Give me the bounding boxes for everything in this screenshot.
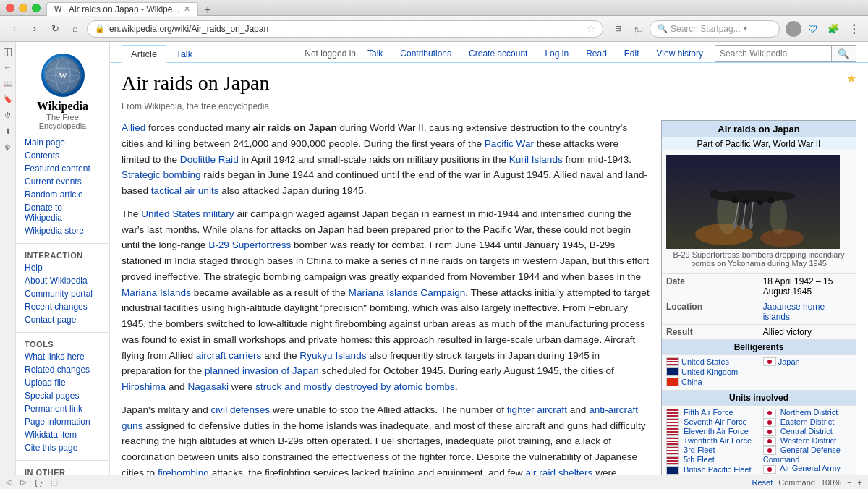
create-account-link[interactable]: Create account [463, 47, 533, 60]
sidebar-cite[interactable]: Cite this page [16, 441, 109, 454]
fifth-af-link[interactable]: Fifth Air Force [684, 408, 733, 417]
edit-link[interactable]: Edit [618, 47, 645, 60]
forward-button[interactable]: › [26, 20, 43, 38]
read-link[interactable]: Read [580, 47, 613, 60]
pacific-war-link[interactable]: Pacific War [485, 138, 534, 149]
zoom-out-button[interactable]: − [847, 478, 851, 487]
aga-link[interactable]: Air General Army [780, 464, 841, 472]
b29-link[interactable]: B-29 Superfortress [208, 239, 291, 250]
mariana-link[interactable]: Mariana Islands [122, 287, 191, 298]
sidebar-help[interactable]: Help [16, 261, 109, 274]
sidebar-icon-2[interactable]: 🔖 [1, 93, 14, 106]
seventh-af-link[interactable]: Seventh Air Force [684, 417, 746, 426]
user-avatar[interactable] [786, 21, 801, 37]
search-box[interactable]: 🔍 Search Startpag... ▾ [650, 20, 780, 38]
share-button[interactable]: ↑□ [629, 20, 647, 38]
traffic-lights[interactable] [6, 4, 41, 12]
sidebar-random[interactable]: Random article [16, 188, 109, 201]
shield-icon[interactable]: 🛡 [804, 20, 822, 38]
tab-talk[interactable]: Talk [166, 45, 202, 62]
northern-link[interactable]: Northern District [780, 408, 838, 417]
sidebar-upload[interactable]: Upload file [16, 376, 109, 389]
extensions-icon[interactable]: 🧩 [825, 20, 842, 38]
sidebar-featured[interactable]: Featured content [16, 162, 109, 175]
sidebar-related-changes[interactable]: Related changes [16, 363, 109, 376]
sidebar-store[interactable]: Wikipedia store [16, 224, 109, 237]
eleventh-af-link[interactable]: Eleventh Air Force [684, 427, 749, 435]
us-link[interactable]: United States [681, 357, 729, 366]
fighter-link[interactable]: fighter aircraft [507, 404, 567, 415]
sidebar-permanent[interactable]: Permanent link [16, 402, 109, 415]
talk-link[interactable]: Talk [362, 47, 388, 60]
sidebar-icon-5[interactable]: ⚙ [1, 140, 14, 153]
central-link[interactable]: Central District [780, 427, 833, 435]
fleet5-link[interactable]: 5th Fleet [684, 455, 715, 464]
sidebar-donate[interactable]: Donate to Wikipedia [16, 201, 109, 224]
refresh-button[interactable]: ↻ [46, 20, 64, 38]
bookmark-star[interactable]: ☆ [587, 23, 595, 34]
invasion-link[interactable]: planned invasion of Japan [205, 365, 319, 376]
new-tab-button[interactable]: + [201, 4, 213, 16]
tab-article[interactable]: Article [122, 45, 166, 63]
sidebar-back[interactable]: ← [1, 61, 14, 74]
bottom-nav-forward[interactable]: ▷ [20, 477, 26, 487]
japan-link[interactable]: Japan [778, 357, 800, 366]
sidebar-icon-4[interactable]: ⬇ [1, 124, 14, 137]
sidebar-recent[interactable]: Recent changes [16, 300, 109, 313]
address-bar[interactable]: 🔒 en.wikipedia.org/wiki/Air_raids_on_Jap… [87, 20, 603, 38]
reset-button[interactable]: Reset [752, 478, 773, 487]
featured-star-icon[interactable]: ★ [846, 72, 856, 85]
sidebar-toggle[interactable]: ◫ [1, 45, 14, 58]
atomic-link[interactable]: struck and mostly destroyed by atomic bo… [255, 381, 455, 392]
infobox-location-link[interactable]: Japanese home islands [763, 302, 825, 322]
maximize-button[interactable] [32, 4, 41, 12]
nagasaki-link[interactable]: Nagasaki [187, 381, 229, 392]
tactical-link[interactable]: tactical air units [151, 185, 219, 196]
sidebar-icon-1[interactable]: 📖 [1, 77, 14, 90]
menu-button[interactable]: ⋮ [845, 20, 862, 38]
sidebar-special[interactable]: Special pages [16, 389, 109, 402]
hiroshima-link[interactable]: Hiroshima [122, 381, 166, 392]
sidebar-contact[interactable]: Contact page [16, 313, 109, 326]
us-mil-link[interactable]: United States military [141, 208, 234, 219]
strategic-link[interactable]: Strategic bombing [122, 169, 201, 180]
sidebar-current-events[interactable]: Current events [16, 175, 109, 188]
sidebar-about[interactable]: About Wikipedia [16, 274, 109, 287]
uk-link[interactable]: United Kingdom [681, 367, 738, 376]
sidebar-what-links[interactable]: What links here [16, 350, 109, 363]
civil-def-link[interactable]: civil defenses [211, 404, 271, 415]
wiki-search-input[interactable] [715, 46, 831, 61]
back-button[interactable]: ‹ [6, 20, 23, 38]
contributions-link[interactable]: Contributions [394, 47, 457, 60]
kuril-link[interactable]: Kuril Islands [509, 154, 563, 165]
tab-close-button[interactable]: ✕ [184, 4, 190, 14]
wiki-search-button[interactable]: 🔍 [831, 46, 856, 61]
bottom-nav-back[interactable]: ◁ [6, 477, 12, 487]
eastern-link[interactable]: Eastern District [780, 417, 835, 426]
fleet3-link[interactable]: 3rd Fleet [684, 446, 715, 454]
sidebar-page-info[interactable]: Page information [16, 415, 109, 428]
ryukyu-link[interactable]: Ryukyu Islands [299, 350, 366, 361]
mariana-campaign-link[interactable]: Mariana Islands Campaign [349, 287, 466, 298]
search-dropdown-icon[interactable]: ▾ [744, 25, 747, 33]
bpf-link[interactable]: British Pacific Fleet [684, 465, 752, 474]
reader-mode-button[interactable]: ⊞ [609, 20, 626, 38]
twentieth-af-link[interactable]: Twentieth Air Force [684, 436, 752, 445]
close-button[interactable] [6, 4, 14, 12]
wiki-search-box[interactable]: 🔍 [715, 45, 856, 62]
active-tab[interactable]: W Air raids on Japan - Wikipe... ✕ [46, 2, 198, 16]
view-history-link[interactable]: View history [651, 47, 709, 60]
home-button[interactable]: ⌂ [67, 20, 84, 38]
sidebar-community[interactable]: Community portal [16, 287, 109, 300]
carriers-link[interactable]: aircraft carriers [196, 350, 262, 361]
zoom-in-button[interactable]: + [858, 478, 862, 487]
allied-link[interactable]: Allied [122, 122, 145, 133]
doolittle-link[interactable]: Doolittle Raid [180, 154, 239, 165]
western-link[interactable]: Western District [780, 436, 836, 445]
sidebar-contents[interactable]: Contents [16, 149, 109, 162]
minimize-button[interactable] [19, 4, 27, 12]
china-link[interactable]: China [681, 378, 702, 386]
bottom-code-icon[interactable]: { } [35, 478, 42, 487]
bottom-inspect[interactable]: ⬚ [51, 477, 58, 487]
sidebar-main-page[interactable]: Main page [16, 136, 109, 149]
